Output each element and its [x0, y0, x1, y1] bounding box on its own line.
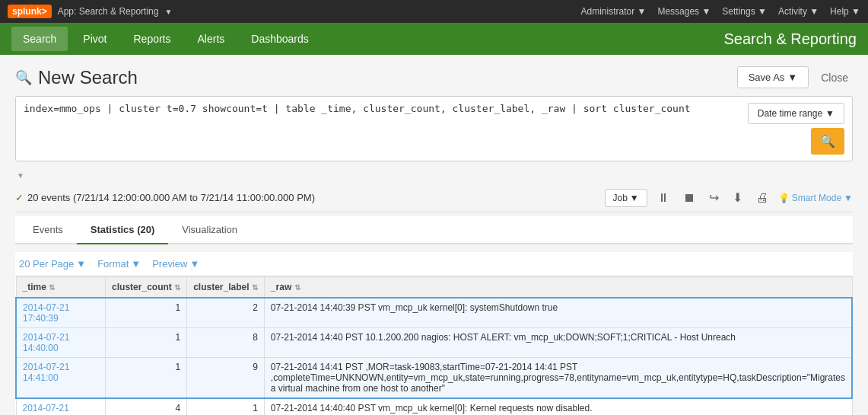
close-button[interactable]: Close [816, 67, 853, 88]
per-page-arrow-icon: ▼ [76, 258, 86, 270]
col-count-sort-icon: ⇅ [174, 283, 180, 292]
cell-label: 2 [187, 298, 265, 328]
top-bar-right: Administrator ▼ Messages ▼ Settings ▼ Ac… [581, 6, 861, 17]
table-row[interactable]: 2014-07-21 17:40:404107-21-2014 14:40:40… [16, 398, 852, 415]
search-box-container: index=mmo_ops | cluster t=0.7 showcount=… [15, 96, 853, 161]
save-as-button[interactable]: Save As ▼ [737, 66, 809, 88]
cell-count: 1 [106, 298, 187, 328]
pause-button[interactable]: ⏸ [653, 189, 673, 207]
app-dropdown-icon[interactable]: ▼ [164, 8, 172, 16]
event-count-text: 20 events (7/21/14 12:00:00.000 AM to 7/… [27, 192, 315, 203]
smart-mode-icon: 💡 [778, 193, 790, 203]
event-count: ✓ 20 events (7/21/14 12:00:00.000 AM to … [15, 192, 315, 203]
date-range-button[interactable]: Date time range ▼ [748, 103, 844, 124]
top-bar: splunk> App: Search & Reporting ▼ Admini… [0, 0, 868, 23]
table-header-row: _time ⇅ cluster_count ⇅ cluster_label ⇅ … [16, 277, 852, 298]
print-button[interactable]: 🖨 [752, 189, 772, 207]
col-label-label: cluster_label [193, 282, 249, 292]
app-name[interactable]: App: Search & Reporting [58, 6, 159, 17]
format-label: Format [97, 258, 129, 270]
save-as-arrow-icon: ▼ [787, 72, 797, 83]
messages-menu[interactable]: Messages ▼ [657, 6, 711, 17]
expand-search-icon[interactable]: ▼ [17, 171, 24, 180]
date-range-arrow-icon: ▼ [825, 108, 835, 119]
run-search-button[interactable]: 🔍 [811, 128, 844, 155]
job-label: Job [613, 193, 628, 203]
help-menu[interactable]: Help ▼ [830, 6, 860, 17]
activity-menu[interactable]: Activity ▼ [778, 6, 819, 17]
nav-item-dashboards[interactable]: Dashboards [240, 27, 320, 51]
settings-menu[interactable]: Settings ▼ [722, 6, 767, 17]
nav-item-search[interactable]: Search [11, 27, 68, 51]
search-title-container: 🔍 New Search [15, 67, 138, 88]
table-row[interactable]: 2014-07-21 14:41:001907-21-2014 14:41 PS… [16, 358, 852, 399]
smart-mode-button[interactable]: 💡 Smart Mode ▼ [778, 193, 853, 203]
nav-item-pivot[interactable]: Pivot [72, 27, 118, 51]
tab-visualization[interactable]: Visualization [168, 216, 251, 244]
job-button[interactable]: Job ▼ [605, 189, 647, 207]
col-raw-sort-icon: ⇅ [294, 283, 300, 292]
search-expand-row: ▼ [15, 168, 853, 184]
download-button[interactable]: ⬇ [729, 188, 746, 207]
search-run-icon: 🔍 [820, 135, 835, 148]
content-area: 🔍 New Search Save As ▼ Close index=mmo_o… [0, 55, 868, 415]
nav-bar: Search Pivot Reports Alerts Dashboards S… [0, 23, 868, 55]
results-table: _time ⇅ cluster_count ⇅ cluster_label ⇅ … [15, 276, 853, 415]
table-body: 2014-07-21 17:40:391207-21-2014 14:40:39… [16, 298, 852, 415]
results-table-container: _time ⇅ cluster_count ⇅ cluster_label ⇅ … [15, 276, 853, 415]
preview-button[interactable]: Preview ▼ [152, 258, 199, 270]
stop-button[interactable]: ⏹ [679, 189, 699, 207]
top-bar-left: splunk> App: Search & Reporting ▼ [8, 5, 172, 18]
smart-mode-arrow-icon: ▼ [844, 193, 853, 203]
nav-left: Search Pivot Reports Alerts Dashboards [11, 27, 320, 51]
col-raw-label: _raw [271, 282, 291, 292]
format-arrow-icon: ▼ [131, 258, 141, 270]
table-row[interactable]: 2014-07-21 14:40:001807-21-2014 14:40 PS… [16, 328, 852, 358]
col-header-count[interactable]: cluster_count ⇅ [106, 277, 187, 298]
col-label-sort-icon: ⇅ [252, 283, 258, 292]
splunk-logo: splunk> [8, 5, 52, 18]
share-button[interactable]: ↪ [705, 188, 723, 207]
cell-count: 1 [106, 328, 187, 358]
tab-events[interactable]: Events [19, 216, 77, 244]
table-row[interactable]: 2014-07-21 17:40:391207-21-2014 14:40:39… [16, 298, 852, 328]
col-count-label: cluster_count [112, 282, 172, 292]
cell-label: 8 [187, 328, 265, 358]
cell-time: 2014-07-21 17:40:40 [16, 398, 106, 415]
cell-count: 1 [106, 358, 187, 399]
nav-item-reports[interactable]: Reports [122, 27, 182, 51]
preview-label: Preview [152, 258, 187, 270]
date-range-label: Date time range [758, 108, 822, 119]
format-button[interactable]: Format ▼ [97, 258, 141, 270]
search-title-text: New Search [38, 67, 138, 88]
search-actions: Save As ▼ Close [737, 66, 853, 88]
cell-raw: 07-21-2014 14:40 PST 10.1.200.200 nagios… [264, 328, 852, 358]
cell-label: 9 [187, 358, 265, 399]
job-arrow-icon: ▼ [630, 193, 639, 203]
save-as-label: Save As [749, 72, 785, 83]
per-page-button[interactable]: 20 Per Page ▼ [19, 258, 86, 270]
col-header-time[interactable]: _time ⇅ [16, 277, 106, 298]
table-controls: 20 Per Page ▼ Format ▼ Preview ▼ [15, 252, 853, 276]
smart-mode-label: Smart Mode [792, 193, 841, 203]
nav-title: Search & Reporting [723, 30, 857, 48]
preview-arrow-icon: ▼ [189, 258, 199, 270]
search-input[interactable]: index=mmo_ops | cluster t=0.7 showcount=… [24, 103, 742, 137]
cell-time: 2014-07-21 14:41:00 [16, 358, 106, 399]
cell-raw: 07-21-2014 14:40:39 PST vm_mcp_uk kernel… [264, 298, 852, 328]
per-page-label: 20 Per Page [19, 258, 74, 270]
cell-label: 1 [187, 398, 265, 415]
cell-time: 2014-07-21 14:40:00 [16, 328, 106, 358]
search-right: Date time range ▼ 🔍 [748, 103, 844, 155]
col-time-sort-icon: ⇅ [49, 283, 55, 292]
tabs-bar: Events Statistics (20) Visualization [15, 216, 853, 244]
event-check-icon: ✓ [15, 192, 24, 203]
tab-statistics[interactable]: Statistics (20) [77, 216, 169, 244]
admin-menu[interactable]: Administrator ▼ [581, 6, 647, 17]
col-header-raw[interactable]: _raw ⇅ [264, 277, 852, 298]
nav-item-alerts[interactable]: Alerts [186, 27, 237, 51]
search-header: 🔍 New Search Save As ▼ Close [15, 66, 853, 88]
cell-raw: 07-21-2014 14:41 PST ,MOR=task-19083,sta… [264, 358, 852, 399]
cell-time: 2014-07-21 17:40:39 [16, 298, 106, 328]
col-header-label[interactable]: cluster_label ⇅ [187, 277, 265, 298]
